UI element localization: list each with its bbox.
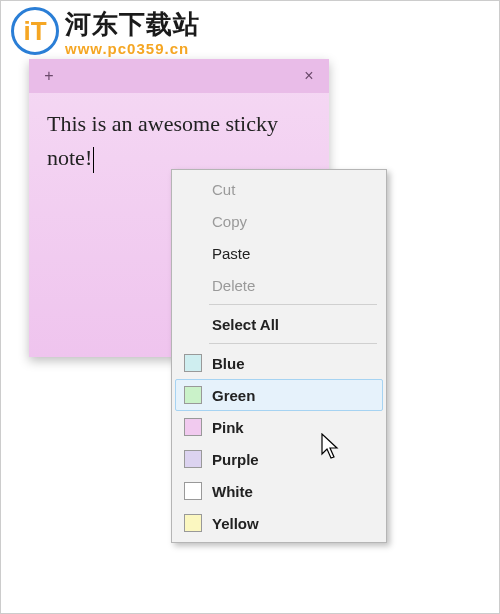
menu-label: Green bbox=[212, 387, 255, 404]
menu-item-copy[interactable]: Copy bbox=[175, 205, 383, 237]
menu-item-color-yellow[interactable]: Yellow bbox=[175, 507, 383, 539]
menu-label: Copy bbox=[212, 213, 247, 230]
menu-item-delete[interactable]: Delete bbox=[175, 269, 383, 301]
menu-label: Purple bbox=[212, 451, 259, 468]
site-watermark: iT 河东下载站 www.pc0359.cn bbox=[11, 7, 200, 57]
note-text: This is an awesome sticky note! bbox=[47, 111, 278, 170]
menu-label: Yellow bbox=[212, 515, 259, 532]
close-note-button[interactable]: × bbox=[299, 66, 319, 86]
menu-label: Cut bbox=[212, 181, 235, 198]
color-swatch-icon bbox=[184, 418, 202, 436]
logo-text: iT bbox=[23, 18, 46, 44]
menu-item-cut[interactable]: Cut bbox=[175, 173, 383, 205]
menu-label: Paste bbox=[212, 245, 250, 262]
watermark-text: 河东下载站 www.pc0359.cn bbox=[65, 7, 200, 57]
menu-item-color-blue[interactable]: Blue bbox=[175, 347, 383, 379]
menu-item-color-white[interactable]: White bbox=[175, 475, 383, 507]
menu-item-select-all[interactable]: Select All bbox=[175, 308, 383, 340]
menu-separator bbox=[209, 343, 377, 344]
menu-label: White bbox=[212, 483, 253, 500]
add-note-button[interactable]: + bbox=[39, 66, 59, 86]
context-menu[interactable]: Cut Copy Paste Delete Select All BlueGre… bbox=[171, 169, 387, 543]
close-icon: × bbox=[304, 67, 313, 85]
menu-item-color-purple[interactable]: Purple bbox=[175, 443, 383, 475]
site-title: 河东下载站 bbox=[65, 7, 200, 42]
menu-label: Pink bbox=[212, 419, 244, 436]
menu-separator bbox=[209, 304, 377, 305]
menu-item-color-pink[interactable]: Pink bbox=[175, 411, 383, 443]
menu-label: Blue bbox=[212, 355, 245, 372]
color-swatch-icon bbox=[184, 450, 202, 468]
site-logo-icon: iT bbox=[11, 7, 59, 55]
text-caret bbox=[93, 147, 94, 173]
site-url: www.pc0359.cn bbox=[65, 40, 200, 57]
menu-label: Delete bbox=[212, 277, 255, 294]
menu-item-paste[interactable]: Paste bbox=[175, 237, 383, 269]
note-header[interactable]: + × bbox=[29, 59, 329, 93]
menu-label: Select All bbox=[212, 316, 279, 333]
menu-item-color-green[interactable]: Green bbox=[175, 379, 383, 411]
color-swatch-icon bbox=[184, 354, 202, 372]
color-swatch-icon bbox=[184, 514, 202, 532]
color-swatch-icon bbox=[184, 482, 202, 500]
color-swatch-icon bbox=[184, 386, 202, 404]
plus-icon: + bbox=[44, 67, 53, 85]
